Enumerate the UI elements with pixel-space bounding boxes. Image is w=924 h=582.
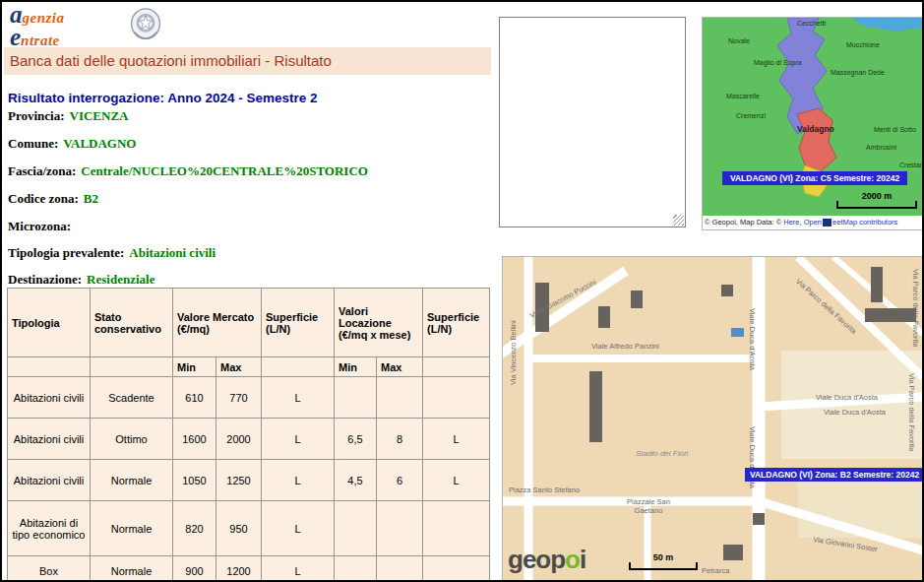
place-label: Menti di Sotto <box>874 126 916 133</box>
scale-text: 50 m <box>653 552 674 562</box>
street-label: Viale Duca d'Aosta <box>824 408 886 417</box>
cell-sup1: L <box>262 419 335 460</box>
street-label: Petrarca <box>702 566 729 575</box>
field-value: B2 <box>84 191 98 206</box>
col-superficie-1: Superficie (L/N) <box>262 289 335 357</box>
field-label: Destinazione: <box>8 272 82 287</box>
scale-text: 2000 m <box>862 191 893 201</box>
result-heading-value: Anno 2024 - Semestre 2 <box>167 91 317 105</box>
building <box>631 291 643 308</box>
building <box>589 371 602 442</box>
col-max-locazione: Max <box>377 357 423 377</box>
cell-stato: Normale <box>91 556 173 582</box>
agenzia-entrate-logo[interactable]: agenzia entrate <box>10 5 65 50</box>
logo-big-e: e <box>10 24 21 50</box>
street-map-scale: 50 m <box>629 552 698 570</box>
cell-stato: Normale <box>91 460 173 501</box>
empty-cell <box>423 357 490 377</box>
table-row: Abitazioni civili Ottimo 1600 2000 L 6,5… <box>8 419 490 460</box>
street-label: Via Parco della Favorita <box>907 373 916 452</box>
cell-vl-min <box>335 501 377 556</box>
field-label: Provincia: <box>8 108 65 123</box>
cell-vl-max: 8 <box>377 419 423 460</box>
italy-emblem-icon <box>128 6 163 47</box>
street-label: Piazza Santo Stefano <box>509 485 580 494</box>
resize-grip-icon[interactable] <box>673 215 684 226</box>
table-row: Abitazioni civili Normale 1050 1250 L 4,… <box>8 460 490 501</box>
empty-cell <box>91 357 173 377</box>
page: agenzia entrate Banca dati delle quotazi… <box>0 0 924 582</box>
place-label: Novale <box>728 37 750 44</box>
field-label: Codice zona: <box>8 191 79 206</box>
scale-bar <box>836 201 917 209</box>
building <box>753 513 765 525</box>
cell-sup2 <box>423 556 490 582</box>
col-tipologia: Tipologia <box>8 289 91 357</box>
cell-vm-max: 950 <box>216 501 262 556</box>
place-label: Cecchetti <box>797 20 826 27</box>
zone-selection-box[interactable] <box>499 17 686 227</box>
quotations-table: Tipologia Stato conservativo Valore Merc… <box>7 288 490 582</box>
cell-vl-max <box>377 556 423 582</box>
zone-map[interactable]: Cecchetti Novale Mucchione Maglio di Sop… <box>702 17 924 230</box>
zone-map-scale: 2000 m <box>836 191 917 209</box>
col-max-mercato: Max <box>216 357 262 377</box>
field-provincia: Provincia:VICENZA <box>8 108 129 124</box>
table-row: Abitazioni civili Scadente 610 770 L <box>8 377 490 419</box>
map-attribution: © Geopoi, Map Data: © Here, OpeneetMap c… <box>703 216 923 229</box>
cell-sup2 <box>423 501 490 556</box>
cell-vl-min: 4,5 <box>335 460 377 501</box>
result-heading: Risultato interrogazione: Anno 2024 - Se… <box>8 91 318 105</box>
geopoi-logo-accent: o <box>565 545 580 574</box>
cell-vl-min <box>335 556 377 582</box>
cell-vl-min: 6,5 <box>335 419 377 460</box>
result-heading-label: Risultato interrogazione: <box>8 91 164 105</box>
scale-bar <box>629 562 698 570</box>
street-map[interactable]: Via Vincenzo Bellini Viale Giacomo Pucci… <box>502 256 924 582</box>
place-label: Ambrosini <box>866 144 896 151</box>
attribution-link[interactable]: Here, Open <box>783 218 822 226</box>
cell-vm-max: 1200 <box>216 556 262 582</box>
empty-cell <box>262 357 335 377</box>
building <box>598 306 610 328</box>
water-feature <box>731 328 744 337</box>
logo-text-ntrate: ntrate <box>21 32 60 48</box>
geopoi-logo: geopoi <box>508 545 585 575</box>
col-stato-conservativo: Stato conservativo <box>91 289 173 357</box>
cell-sup1: L <box>262 377 335 419</box>
field-comune: Comune:VALDAGNO <box>8 136 136 152</box>
cell-stato: Normale <box>91 501 173 556</box>
cell-vm-max: 770 <box>216 377 262 419</box>
col-min-locazione: Min <box>335 357 377 377</box>
place-label: Cremenzi <box>736 112 766 119</box>
field-value: Centrale/NUCLEO%20CENTRALE%20STORICO <box>81 163 368 178</box>
field-codice-zona: Codice zona:B2 <box>8 191 98 207</box>
geopoi-logo-text: geop <box>508 545 565 574</box>
cell-vl-min <box>335 377 377 419</box>
cell-vl-max <box>377 501 423 556</box>
cell-sup2 <box>423 377 490 419</box>
field-value: Abitazioni civili <box>129 245 216 260</box>
cell-tipologia: Abitazioni civili <box>8 419 91 460</box>
building <box>865 308 916 322</box>
table-row: Abitazioni di tipo economico Normale 820… <box>8 501 490 556</box>
attribution-text: © Geopoi, Map Data: © <box>705 218 783 226</box>
cell-sup1: L <box>262 460 335 501</box>
place-label: Massegnan Dede <box>831 69 885 76</box>
cell-tipologia: Abitazioni di tipo economico <box>8 501 91 556</box>
cell-tipologia: Abitazioni civili <box>8 460 91 501</box>
field-value: VICENZA <box>70 108 129 123</box>
cell-vl-max <box>377 377 423 419</box>
cell-vm-min: 1050 <box>173 460 216 501</box>
cell-sup2: L <box>423 460 490 501</box>
col-superficie-2: Superficie (L/N) <box>423 289 490 357</box>
field-fascia-zona: Fascia/zona:Centrale/NUCLEO%20CENTRALE%2… <box>8 163 368 179</box>
attribution-link[interactable]: eetMap contributors <box>832 218 897 226</box>
building <box>721 285 733 296</box>
cell-vm-max: 1250 <box>216 460 262 501</box>
street-label: Via Vincenzo Bellini <box>509 320 518 385</box>
street-map-label: VALDAGNO (VI) Zona: B2 Semestre: 20242 <box>745 468 924 482</box>
cell-vm-min: 610 <box>173 377 216 419</box>
cell-tipologia: Box <box>8 556 91 582</box>
attribution-overlay-box <box>823 219 832 226</box>
